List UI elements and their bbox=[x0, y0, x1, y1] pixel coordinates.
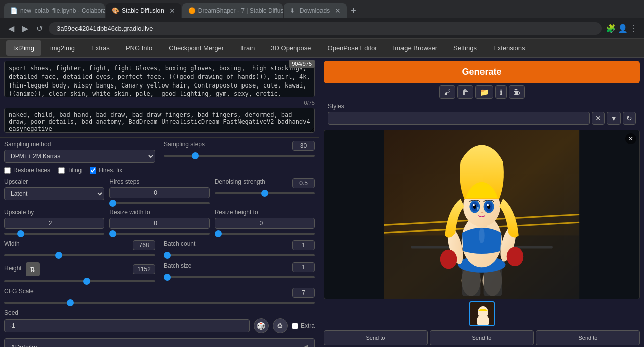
upscale-by-input[interactable] bbox=[4, 218, 104, 229]
seed-input[interactable] bbox=[4, 319, 250, 332]
cfg-value[interactable]: 7 bbox=[292, 288, 315, 298]
send-to-btn-2[interactable]: Send to bbox=[430, 330, 534, 345]
nav-img2img[interactable]: img2img bbox=[43, 40, 82, 56]
width-label: Width bbox=[4, 240, 20, 248]
tab-favicon-colabora: 📄 bbox=[10, 7, 17, 14]
resize-width-label: Resize width to bbox=[109, 209, 209, 216]
cfg-slider[interactable] bbox=[4, 302, 315, 304]
resize-height-input[interactable] bbox=[215, 218, 315, 229]
nav-txt2img[interactable]: txt2img bbox=[6, 40, 41, 56]
height-group: Height ⇅ 1152 bbox=[4, 262, 155, 284]
denoising-slider[interactable] bbox=[215, 192, 315, 194]
batch-size-value[interactable]: 1 bbox=[292, 262, 315, 272]
extra-checkbox[interactable]: Extra bbox=[292, 322, 315, 329]
upscaler-select[interactable]: Latent bbox=[4, 187, 104, 200]
styles-input[interactable] bbox=[328, 112, 590, 125]
nav-checkpoint-merger[interactable]: Checkpoint Merger bbox=[162, 40, 231, 56]
send-to-btn-1[interactable]: Send to bbox=[324, 330, 428, 345]
hires-fix-checkbox[interactable]: Hires. fix bbox=[90, 167, 122, 174]
svg-point-14 bbox=[507, 247, 524, 266]
width-batch-row: Width 768 Batch count 1 bbox=[4, 240, 315, 258]
seed-recycle-button[interactable]: ♻ bbox=[273, 318, 288, 333]
sampling-row: Sampling method DPM++ 2M Karras Sampling… bbox=[4, 141, 315, 163]
negative-prompt-input[interactable] bbox=[4, 108, 315, 133]
styles-close-btn[interactable]: ✕ bbox=[592, 112, 605, 125]
positive-prompt-input[interactable] bbox=[4, 61, 315, 97]
restore-faces-checkbox[interactable]: Restore faces bbox=[4, 167, 50, 174]
nav-3d-openpose[interactable]: 3D Openpose bbox=[264, 40, 318, 56]
batch-count-slider[interactable] bbox=[164, 254, 315, 256]
hires-steps-input[interactable] bbox=[109, 187, 209, 198]
resize-height-slider[interactable] bbox=[215, 233, 315, 235]
nav-train[interactable]: Train bbox=[233, 40, 262, 56]
generate-button[interactable]: Generate bbox=[324, 61, 640, 83]
send-buttons-row: Send to Send to Send to bbox=[319, 328, 644, 347]
menu-icon[interactable]: ⋮ bbox=[630, 24, 638, 33]
adetailer-chevron-icon: ◀ bbox=[303, 343, 308, 347]
send-to-btn-3[interactable]: Send to bbox=[536, 330, 640, 345]
tab-favicon-ds: 🟠 bbox=[188, 7, 195, 14]
forward-button[interactable]: ▶ bbox=[20, 22, 30, 35]
back-button[interactable]: ◀ bbox=[6, 22, 16, 35]
upscale-by-slider[interactable] bbox=[4, 233, 104, 235]
batch-size-slider[interactable] bbox=[164, 276, 315, 278]
denoising-group: Denoising strength 0.5 bbox=[215, 178, 315, 196]
info-icon-btn[interactable]: ℹ bbox=[495, 85, 507, 99]
profile-icon[interactable]: 👤 bbox=[618, 24, 628, 33]
url-box[interactable]: 3a59ec42041dbb46cb.gradio.live bbox=[49, 22, 602, 35]
resize-width-slider[interactable] bbox=[109, 233, 209, 235]
sampling-method-group: Sampling method DPM++ 2M Karras bbox=[4, 141, 155, 163]
upscaler-group: Upscaler Latent bbox=[4, 178, 104, 200]
browser-icons: 🧩 👤 ⋮ bbox=[606, 24, 638, 33]
width-slider[interactable] bbox=[4, 254, 155, 256]
width-group: Width 768 bbox=[4, 240, 155, 258]
sampling-steps-label: Sampling steps bbox=[164, 141, 205, 149]
hires-steps-slider[interactable] bbox=[109, 202, 209, 204]
denoising-value[interactable]: 0.5 bbox=[292, 178, 315, 188]
batch-size-group: Batch size 1 bbox=[164, 262, 315, 280]
tab-close-dl[interactable]: ✕ bbox=[335, 7, 341, 15]
sampling-steps-group: Sampling steps 30 bbox=[164, 141, 315, 158]
batch-count-value[interactable]: 1 bbox=[292, 240, 315, 250]
swap-dimensions-button[interactable]: ⇅ bbox=[26, 262, 40, 276]
svg-point-24 bbox=[487, 204, 489, 206]
nav-openpose-editor[interactable]: OpenPose Editor bbox=[320, 40, 384, 56]
zip-icon-btn[interactable]: 🗜 bbox=[509, 85, 525, 99]
resize-height-group: Resize height to bbox=[215, 209, 315, 236]
folder-icon-btn[interactable]: 📁 bbox=[475, 85, 493, 99]
tiling-checkbox[interactable]: Tiling bbox=[58, 167, 82, 174]
styles-refresh-btn[interactable]: ↻ bbox=[623, 112, 636, 125]
nav-extras[interactable]: Extras bbox=[84, 40, 117, 56]
nav-image-browser[interactable]: Image Browser bbox=[386, 40, 444, 56]
paintbrush-icon-btn[interactable]: 🖌 bbox=[439, 85, 455, 99]
sampling-steps-value[interactable]: 30 bbox=[292, 141, 315, 151]
styles-dropdown-btn[interactable]: ▼ bbox=[607, 112, 621, 125]
styles-section: Styles ✕ ▼ ↻ bbox=[324, 101, 640, 127]
extensions-icon[interactable]: 🧩 bbox=[606, 24, 616, 33]
new-tab-button[interactable]: + bbox=[348, 5, 359, 17]
negative-prompt-counter: 0/75 bbox=[4, 100, 315, 106]
height-value[interactable]: 1152 bbox=[133, 264, 155, 274]
adetailer-bar[interactable]: ADetailer ◀ bbox=[4, 338, 315, 347]
tab-downloads[interactable]: ⬇ Downloads ✕ bbox=[284, 3, 347, 18]
sampling-steps-slider[interactable] bbox=[164, 155, 315, 157]
seed-random-button[interactable]: 🎲 bbox=[254, 318, 269, 333]
tab-bar: 📄 new_colab_file.ipynb - Colabora... ✕ 🎨… bbox=[0, 0, 644, 18]
reload-button[interactable]: ↺ bbox=[34, 22, 45, 35]
nav-png-info[interactable]: PNG Info bbox=[119, 40, 159, 56]
width-value[interactable]: 768 bbox=[133, 240, 155, 250]
tab-close-sd[interactable]: ✕ bbox=[169, 7, 175, 15]
sampling-method-select[interactable]: DPM++ 2M Karras bbox=[4, 150, 155, 163]
tab-dreamshaper[interactable]: 🟠 DreamShaper - 7 | Stable Diffusi... ✕ bbox=[182, 3, 283, 18]
trash-icon-btn[interactable]: 🗑 bbox=[457, 85, 473, 99]
thumbnail-1[interactable] bbox=[469, 301, 495, 326]
tab-stable-diffusion[interactable]: 🎨 Stable Diffusion ✕ bbox=[106, 3, 181, 18]
nav-extensions[interactable]: Extensions bbox=[486, 40, 532, 56]
tab-colabora[interactable]: 📄 new_colab_file.ipynb - Colabora... ✕ bbox=[4, 3, 105, 18]
image-close-button[interactable]: ✕ bbox=[625, 133, 636, 144]
svg-point-25 bbox=[477, 207, 479, 210]
resize-width-input[interactable] bbox=[109, 218, 209, 229]
nav-settings[interactable]: Settings bbox=[446, 40, 484, 56]
url-text: 3a59ec42041dbb46cb.gradio.live bbox=[57, 25, 153, 32]
height-slider[interactable] bbox=[4, 280, 155, 282]
